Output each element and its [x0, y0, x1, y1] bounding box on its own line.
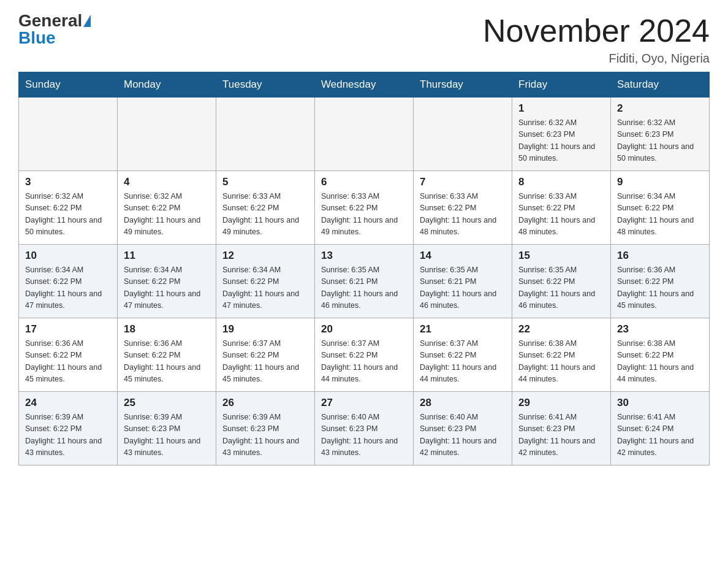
cell-sun-info: Sunrise: 6:38 AM Sunset: 6:22 PM Dayligh… [617, 338, 703, 386]
cell-date-number: 30 [617, 397, 703, 409]
table-row: 25Sunrise: 6:39 AM Sunset: 6:23 PM Dayli… [118, 392, 216, 465]
cell-date-number: 10 [25, 250, 111, 262]
cell-sun-info: Sunrise: 6:37 AM Sunset: 6:22 PM Dayligh… [321, 338, 407, 386]
title-section: November 2024 Fiditi, Oyo, Nigeria [483, 12, 710, 66]
col-tuesday: Tuesday [216, 72, 315, 98]
cell-date-number: 28 [420, 397, 506, 409]
logo: General Blue [18, 12, 91, 47]
cell-date-number: 16 [617, 250, 703, 262]
cell-sun-info: Sunrise: 6:39 AM Sunset: 6:22 PM Dayligh… [25, 412, 111, 459]
cell-sun-info: Sunrise: 6:33 AM Sunset: 6:22 PM Dayligh… [321, 191, 407, 239]
table-row: 9Sunrise: 6:34 AM Sunset: 6:22 PM Daylig… [611, 171, 710, 245]
cell-date-number: 6 [321, 176, 407, 188]
cell-sun-info: Sunrise: 6:37 AM Sunset: 6:22 PM Dayligh… [222, 338, 308, 386]
col-saturday: Saturday [611, 72, 710, 98]
table-row [19, 98, 118, 171]
col-thursday: Thursday [414, 72, 512, 98]
table-row: 2Sunrise: 6:32 AM Sunset: 6:23 PM Daylig… [611, 98, 710, 171]
cell-date-number: 22 [518, 323, 604, 335]
cell-date-number: 1 [518, 102, 604, 115]
cell-date-number: 3 [25, 176, 111, 188]
cell-date-number: 20 [321, 323, 407, 335]
table-row: 19Sunrise: 6:37 AM Sunset: 6:22 PM Dayli… [216, 318, 315, 392]
cell-date-number: 19 [222, 323, 308, 335]
cell-sun-info: Sunrise: 6:37 AM Sunset: 6:22 PM Dayligh… [420, 338, 506, 386]
cell-date-number: 18 [124, 323, 210, 335]
col-wednesday: Wednesday [315, 72, 414, 98]
calendar-week-row: 17Sunrise: 6:36 AM Sunset: 6:22 PM Dayli… [19, 318, 710, 392]
cell-sun-info: Sunrise: 6:34 AM Sunset: 6:22 PM Dayligh… [25, 264, 111, 312]
table-row: 16Sunrise: 6:36 AM Sunset: 6:22 PM Dayli… [611, 245, 710, 318]
table-row: 3Sunrise: 6:32 AM Sunset: 6:22 PM Daylig… [19, 171, 118, 245]
col-friday: Friday [512, 72, 611, 98]
month-title: November 2024 [483, 12, 710, 49]
calendar-week-row: 24Sunrise: 6:39 AM Sunset: 6:22 PM Dayli… [19, 392, 710, 465]
cell-date-number: 15 [518, 250, 604, 262]
cell-sun-info: Sunrise: 6:33 AM Sunset: 6:22 PM Dayligh… [222, 191, 308, 239]
calendar-week-row: 1Sunrise: 6:32 AM Sunset: 6:23 PM Daylig… [19, 98, 710, 171]
cell-date-number: 26 [222, 397, 308, 409]
table-row: 4Sunrise: 6:32 AM Sunset: 6:22 PM Daylig… [118, 171, 216, 245]
table-row [118, 98, 216, 171]
calendar-week-row: 3Sunrise: 6:32 AM Sunset: 6:22 PM Daylig… [19, 171, 710, 245]
cell-sun-info: Sunrise: 6:34 AM Sunset: 6:22 PM Dayligh… [222, 264, 308, 312]
cell-date-number: 27 [321, 397, 407, 409]
cell-date-number: 5 [222, 176, 308, 188]
table-row: 23Sunrise: 6:38 AM Sunset: 6:22 PM Dayli… [611, 318, 710, 392]
cell-sun-info: Sunrise: 6:38 AM Sunset: 6:22 PM Dayligh… [518, 338, 604, 386]
calendar-header-row: Sunday Monday Tuesday Wednesday Thursday… [19, 72, 710, 98]
cell-sun-info: Sunrise: 6:32 AM Sunset: 6:23 PM Dayligh… [518, 117, 604, 165]
cell-sun-info: Sunrise: 6:32 AM Sunset: 6:22 PM Dayligh… [124, 191, 210, 239]
table-row: 11Sunrise: 6:34 AM Sunset: 6:22 PM Dayli… [118, 245, 216, 318]
table-row: 13Sunrise: 6:35 AM Sunset: 6:21 PM Dayli… [315, 245, 414, 318]
table-row: 22Sunrise: 6:38 AM Sunset: 6:22 PM Dayli… [512, 318, 611, 392]
table-row: 14Sunrise: 6:35 AM Sunset: 6:21 PM Dayli… [414, 245, 512, 318]
calendar-week-row: 10Sunrise: 6:34 AM Sunset: 6:22 PM Dayli… [19, 245, 710, 318]
col-sunday: Sunday [19, 72, 118, 98]
cell-sun-info: Sunrise: 6:35 AM Sunset: 6:21 PM Dayligh… [420, 264, 506, 312]
cell-sun-info: Sunrise: 6:36 AM Sunset: 6:22 PM Dayligh… [25, 338, 111, 386]
cell-date-number: 13 [321, 250, 407, 262]
table-row: 15Sunrise: 6:35 AM Sunset: 6:22 PM Dayli… [512, 245, 611, 318]
table-row: 5Sunrise: 6:33 AM Sunset: 6:22 PM Daylig… [216, 171, 315, 245]
table-row: 8Sunrise: 6:33 AM Sunset: 6:22 PM Daylig… [512, 171, 611, 245]
cell-sun-info: Sunrise: 6:34 AM Sunset: 6:22 PM Dayligh… [124, 264, 210, 312]
table-row: 28Sunrise: 6:40 AM Sunset: 6:23 PM Dayli… [414, 392, 512, 465]
cell-date-number: 8 [518, 176, 604, 188]
cell-date-number: 23 [617, 323, 703, 335]
table-row: 26Sunrise: 6:39 AM Sunset: 6:23 PM Dayli… [216, 392, 315, 465]
cell-sun-info: Sunrise: 6:36 AM Sunset: 6:22 PM Dayligh… [124, 338, 210, 386]
cell-date-number: 2 [617, 102, 703, 115]
cell-date-number: 7 [420, 176, 506, 188]
cell-sun-info: Sunrise: 6:33 AM Sunset: 6:22 PM Dayligh… [420, 191, 506, 239]
cell-sun-info: Sunrise: 6:39 AM Sunset: 6:23 PM Dayligh… [222, 412, 308, 459]
table-row [414, 98, 512, 171]
table-row: 17Sunrise: 6:36 AM Sunset: 6:22 PM Dayli… [19, 318, 118, 392]
table-row: 29Sunrise: 6:41 AM Sunset: 6:23 PM Dayli… [512, 392, 611, 465]
cell-date-number: 4 [124, 176, 210, 188]
cell-sun-info: Sunrise: 6:40 AM Sunset: 6:23 PM Dayligh… [420, 412, 506, 459]
table-row [315, 98, 414, 171]
table-row: 1Sunrise: 6:32 AM Sunset: 6:23 PM Daylig… [512, 98, 611, 171]
cell-sun-info: Sunrise: 6:39 AM Sunset: 6:23 PM Dayligh… [124, 412, 210, 459]
cell-sun-info: Sunrise: 6:35 AM Sunset: 6:22 PM Dayligh… [518, 264, 604, 312]
cell-date-number: 14 [420, 250, 506, 262]
cell-sun-info: Sunrise: 6:41 AM Sunset: 6:24 PM Dayligh… [617, 412, 703, 459]
table-row: 24Sunrise: 6:39 AM Sunset: 6:22 PM Dayli… [19, 392, 118, 465]
location-text: Fiditi, Oyo, Nigeria [483, 52, 710, 66]
table-row: 27Sunrise: 6:40 AM Sunset: 6:23 PM Dayli… [315, 392, 414, 465]
cell-date-number: 25 [124, 397, 210, 409]
cell-sun-info: Sunrise: 6:35 AM Sunset: 6:21 PM Dayligh… [321, 264, 407, 312]
cell-sun-info: Sunrise: 6:40 AM Sunset: 6:23 PM Dayligh… [321, 412, 407, 459]
page-header: General Blue November 2024 Fiditi, Oyo, … [18, 12, 710, 66]
table-row: 12Sunrise: 6:34 AM Sunset: 6:22 PM Dayli… [216, 245, 315, 318]
cell-sun-info: Sunrise: 6:32 AM Sunset: 6:22 PM Dayligh… [25, 191, 111, 239]
table-row: 18Sunrise: 6:36 AM Sunset: 6:22 PM Dayli… [118, 318, 216, 392]
cell-date-number: 17 [25, 323, 111, 335]
calendar-table: Sunday Monday Tuesday Wednesday Thursday… [18, 72, 710, 465]
table-row: 20Sunrise: 6:37 AM Sunset: 6:22 PM Dayli… [315, 318, 414, 392]
col-monday: Monday [118, 72, 216, 98]
table-row: 6Sunrise: 6:33 AM Sunset: 6:22 PM Daylig… [315, 171, 414, 245]
cell-date-number: 21 [420, 323, 506, 335]
cell-date-number: 11 [124, 250, 210, 262]
